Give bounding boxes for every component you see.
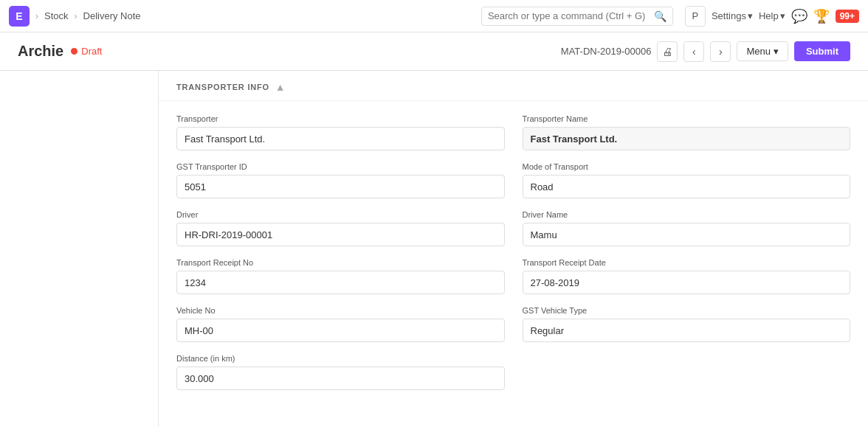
form-row-2: GST Transporter ID Mode of Transport: [176, 162, 850, 198]
help-chevron-icon: ▾: [780, 10, 785, 21]
section-collapse-icon[interactable]: ▲: [275, 81, 286, 93]
mode-of-transport-input[interactable]: [523, 175, 851, 198]
driver-name-input[interactable]: [523, 223, 851, 246]
help-menu[interactable]: Help ▾: [759, 10, 785, 21]
transporter-name-label: Transporter Name: [523, 114, 851, 123]
app-icon-label: E: [16, 10, 22, 22]
submit-button[interactable]: Submit: [794, 41, 850, 61]
form-group-distance: Distance (in km): [176, 354, 505, 390]
breadcrumb-chevron-1: ›: [35, 11, 38, 21]
driver-name-label: Driver Name: [523, 210, 851, 219]
driver-input[interactable]: [176, 223, 505, 246]
form-row-1: Transporter Transporter Name: [176, 114, 850, 150]
section-title: TRANSPORTER INFO: [176, 83, 269, 91]
search-input[interactable]: [488, 10, 650, 21]
next-doc-button[interactable]: ›: [710, 41, 731, 62]
form-row-4: Transport Receipt No Transport Receipt D…: [176, 258, 850, 294]
transporter-input[interactable]: [176, 127, 505, 150]
mode-of-transport-label: Mode of Transport: [523, 162, 851, 171]
gst-transporter-id-label: GST Transporter ID: [176, 162, 505, 171]
gst-transporter-id-input[interactable]: [176, 175, 505, 198]
doc-id: MAT-DN-2019-00006: [561, 46, 652, 57]
menu-chevron-icon: ▾: [774, 46, 779, 57]
transport-receipt-no-input[interactable]: [176, 271, 505, 294]
help-label: Help: [759, 10, 779, 21]
menu-button[interactable]: Menu ▾: [737, 41, 788, 61]
form-row-3: Driver Driver Name: [176, 210, 850, 246]
vehicle-no-input[interactable]: [176, 319, 505, 342]
page-content: TRANSPORTER INFO ▲ Transporter Transport…: [0, 71, 868, 427]
form-group-vehicle-no: Vehicle No: [176, 306, 505, 342]
settings-label: Settings: [712, 10, 746, 21]
chat-icon[interactable]: 💬: [791, 8, 807, 24]
doc-header: Archie Draft MAT-DN-2019-00006 🖨 ‹ › Men…: [0, 32, 868, 71]
form-group-driver-name: Driver Name: [523, 210, 851, 246]
breadcrumb-chevron-2: ›: [75, 11, 78, 21]
breadcrumb-delivery-note[interactable]: Delivery Note: [83, 10, 141, 21]
transport-receipt-date-label: Transport Receipt Date: [523, 258, 851, 267]
transport-receipt-date-input[interactable]: [523, 271, 851, 294]
doc-title: Archie: [18, 43, 63, 60]
nav-right: P Settings ▾ Help ▾ 💬 🏆 99+: [685, 6, 859, 27]
transporter-label: Transporter: [176, 114, 505, 123]
form-group-transporter: Transporter: [176, 114, 505, 150]
gst-vehicle-type-label: GST Vehicle Type: [523, 306, 851, 315]
vehicle-no-label: Vehicle No: [176, 306, 505, 315]
form-group-gst-transporter-id: GST Transporter ID: [176, 162, 505, 198]
gst-vehicle-type-input[interactable]: [523, 319, 851, 342]
app-icon[interactable]: E: [9, 6, 30, 27]
status-badge: Draft: [81, 46, 102, 57]
form-body: Transporter Transporter Name GST Transpo…: [159, 101, 868, 415]
prev-doc-button[interactable]: ‹: [683, 41, 704, 62]
form-group-transport-receipt-no: Transport Receipt No: [176, 258, 505, 294]
menu-label: Menu: [746, 46, 771, 57]
driver-label: Driver: [176, 210, 505, 219]
form-group-spacer: [523, 354, 851, 390]
notification-badge[interactable]: 99+: [836, 10, 859, 23]
trophy-icon[interactable]: 🏆: [813, 8, 830, 24]
status-dot: [71, 48, 78, 55]
form-group-transporter-name: Transporter Name: [523, 114, 851, 150]
breadcrumb-stock[interactable]: Stock: [44, 10, 69, 21]
transport-receipt-no-label: Transport Receipt No: [176, 258, 505, 267]
profile-label: P: [692, 10, 699, 21]
settings-menu[interactable]: Settings ▾: [712, 10, 753, 21]
form-group-gst-vehicle-type: GST Vehicle Type: [523, 306, 851, 342]
transporter-name-input: [523, 127, 851, 150]
form-row-5: Vehicle No GST Vehicle Type: [176, 306, 850, 342]
distance-label: Distance (in km): [176, 354, 505, 363]
profile-button[interactable]: P: [685, 6, 706, 27]
doc-header-right: MAT-DN-2019-00006 🖨 ‹ › Menu ▾ Submit: [561, 41, 850, 62]
settings-chevron-icon: ▾: [748, 10, 753, 21]
form-group-driver: Driver: [176, 210, 505, 246]
print-button[interactable]: 🖨: [657, 41, 678, 62]
form-group-mode-of-transport: Mode of Transport: [523, 162, 851, 198]
form-row-6: Distance (in km): [176, 354, 850, 390]
sidebar: [0, 71, 159, 427]
search-bar[interactable]: 🔍: [481, 7, 673, 26]
search-icon: 🔍: [654, 10, 666, 22]
main-content: TRANSPORTER INFO ▲ Transporter Transport…: [159, 71, 868, 427]
navbar: E › Stock › Delivery Note 🔍 P Settings ▾…: [0, 0, 868, 32]
form-group-transport-receipt-date: Transport Receipt Date: [523, 258, 851, 294]
distance-input[interactable]: [176, 367, 505, 390]
transporter-info-section-header: TRANSPORTER INFO ▲: [159, 71, 868, 101]
